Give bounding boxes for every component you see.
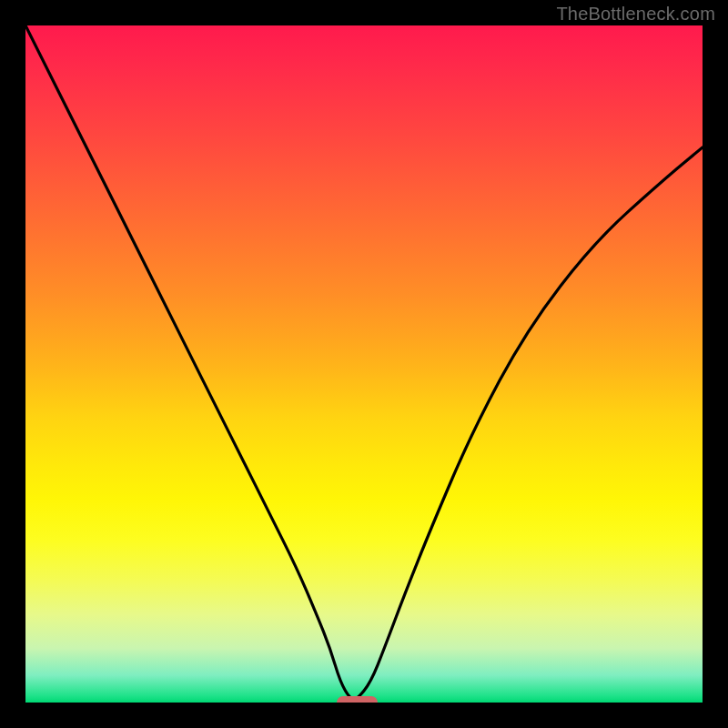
- optimal-range-marker: [337, 696, 378, 703]
- bottleneck-curve: [25, 25, 703, 703]
- frame: TheBottleneck.com: [0, 0, 728, 728]
- watermark-text: TheBottleneck.com: [556, 4, 715, 25]
- plot-area: [25, 25, 703, 703]
